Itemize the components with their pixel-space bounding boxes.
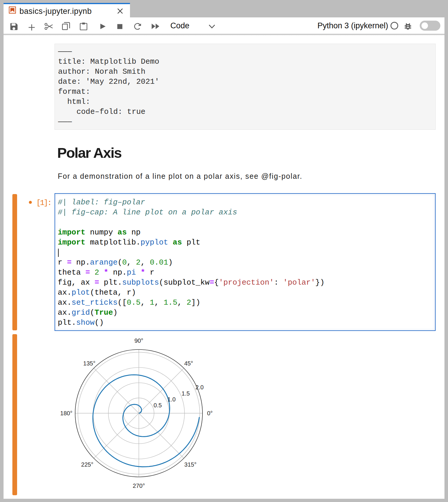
svg-text:315°: 315°	[184, 461, 196, 468]
svg-text:90°: 90°	[134, 337, 143, 344]
svg-text:0.5: 0.5	[154, 402, 162, 409]
svg-text:0°: 0°	[207, 410, 213, 416]
svg-text:1.0: 1.0	[167, 396, 176, 403]
svg-text:135°: 135°	[83, 360, 95, 367]
svg-text:270°: 270°	[133, 483, 145, 489]
svg-text:1.5: 1.5	[182, 390, 190, 397]
svg-text:225°: 225°	[81, 461, 93, 468]
svg-text:2.0: 2.0	[195, 384, 204, 391]
svg-text:180°: 180°	[60, 410, 72, 416]
svg-text:45°: 45°	[184, 360, 193, 367]
